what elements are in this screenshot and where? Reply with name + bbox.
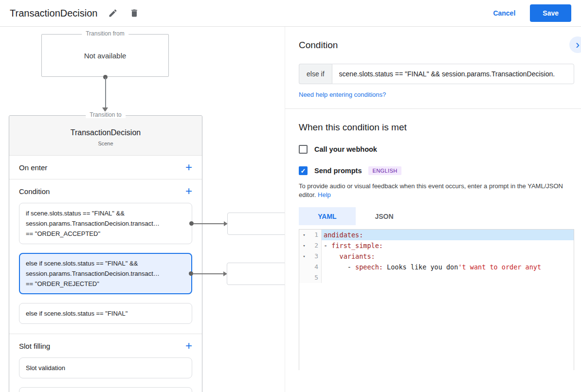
condition-section-header: Condition + bbox=[19, 179, 192, 203]
save-button[interactable]: Save bbox=[530, 4, 571, 22]
prompts-help-link[interactable]: Help bbox=[318, 191, 331, 198]
connector-to-target bbox=[191, 271, 227, 276]
code-line: ▾ 2 - first_simple: bbox=[299, 240, 574, 251]
code-line: 4 - speech: Looks like you don't want to… bbox=[299, 262, 574, 272]
app-root: TransactionDecision Cancel Save Transiti… bbox=[0, 0, 581, 392]
on-enter-label: On enter bbox=[19, 163, 47, 172]
edit-title-button[interactable] bbox=[107, 7, 119, 19]
condition-text: if scene.slots.status == "FINAL" && bbox=[26, 208, 185, 218]
fold-arrow-icon[interactable]: ▾ bbox=[299, 240, 309, 251]
editor-tabs: YAML JSON bbox=[299, 207, 574, 225]
code-text: andidates: bbox=[322, 230, 574, 240]
add-condition-button[interactable]: + bbox=[185, 186, 192, 196]
connector-line bbox=[194, 223, 224, 224]
line-number: 4 bbox=[309, 262, 321, 272]
slot-validation-label: Slot validation bbox=[26, 363, 185, 373]
condition-expression-row: else if bbox=[299, 64, 574, 84]
webhook-row[interactable]: Call your webhook bbox=[299, 145, 567, 154]
condition-detail-panel: Condition › else if Need help entering c… bbox=[285, 27, 581, 392]
language-badge: ENGLISH bbox=[368, 166, 401, 175]
scene-name: TransactionDecision bbox=[9, 128, 202, 137]
chevron-right-icon: › bbox=[576, 38, 580, 51]
prompts-description-text: To provide audio or visual feedback when… bbox=[299, 182, 563, 198]
when-met-title: When this condition is met bbox=[299, 122, 567, 133]
scene-type-label: Scene bbox=[9, 141, 202, 146]
slot-validation-card[interactable]: Slot validation bbox=[19, 357, 192, 378]
webhook-checkbox[interactable] bbox=[299, 145, 308, 154]
partially-visible-card[interactable] bbox=[19, 387, 192, 392]
transition-from-value: Not available bbox=[84, 52, 127, 60]
condition-card-order-rejected[interactable]: else if scene.slots.status == "FINAL" &&… bbox=[19, 253, 192, 294]
topbar: TransactionDecision Cancel Save bbox=[0, 0, 581, 27]
fold-arrow-icon[interactable]: ▾ bbox=[299, 251, 309, 262]
editor-gutter: 5 bbox=[299, 272, 322, 283]
code-text bbox=[322, 272, 574, 283]
tab-yaml[interactable]: YAML bbox=[299, 207, 356, 225]
on-enter-section: On enter + bbox=[9, 156, 202, 179]
code-text: - first_simple: bbox=[322, 240, 574, 251]
tab-json[interactable]: JSON bbox=[356, 207, 413, 225]
scene-header: TransactionDecision Scene bbox=[9, 116, 202, 156]
pencil-icon bbox=[108, 12, 118, 19]
connector-line bbox=[193, 273, 223, 274]
slot-filling-label: Slot filling bbox=[19, 342, 50, 350]
connector-dot bbox=[189, 221, 194, 226]
code-editor[interactable]: ▾ 1 andidates: ▾ 2 - first_simple: ▾ 3 v… bbox=[299, 229, 574, 370]
editor-gutter: ▾ 1 bbox=[299, 230, 322, 240]
flow-canvas: Transition from Not available Transition… bbox=[0, 27, 285, 392]
check-icon: ✓ bbox=[301, 167, 306, 175]
panel-title: Condition bbox=[299, 39, 567, 51]
fold-spacer bbox=[299, 262, 309, 272]
add-slot-button[interactable]: + bbox=[185, 341, 192, 351]
transition-from-legend: Transition from bbox=[82, 30, 128, 37]
fold-arrow-icon[interactable]: ▾ bbox=[299, 230, 309, 240]
prompts-description: To provide audio or visual feedback when… bbox=[299, 182, 567, 199]
transition-to-legend: Transition to bbox=[86, 111, 126, 118]
scene-card: Transition to TransactionDecision Scene … bbox=[9, 115, 202, 392]
send-prompts-row[interactable]: ✓ Send prompts ENGLISH bbox=[299, 166, 567, 175]
code-line: ▾ 1 andidates: bbox=[299, 230, 574, 240]
collapse-panel-button[interactable]: › bbox=[569, 36, 581, 53]
condition-text: session.params.TransactionDecision.trans… bbox=[26, 268, 185, 279]
editor-gutter: ▾ 2 bbox=[299, 240, 322, 251]
condition-text: else if scene.slots.status == "FINAL" bbox=[26, 308, 185, 319]
add-on-enter-button[interactable]: + bbox=[185, 162, 192, 172]
fold-spacer bbox=[299, 272, 309, 283]
code-line: 5 bbox=[299, 272, 574, 283]
condition-text: == "ORDER_ACCEPTED" bbox=[26, 229, 185, 239]
connector-to-target bbox=[192, 221, 228, 226]
transition-target-box-1[interactable] bbox=[227, 213, 285, 235]
trash-icon bbox=[129, 12, 139, 19]
send-prompts-label: Send prompts bbox=[314, 167, 362, 175]
line-number: 3 bbox=[309, 251, 321, 262]
cancel-button[interactable]: Cancel bbox=[493, 9, 515, 17]
slot-filling-section-header: Slot filling + bbox=[19, 334, 192, 357]
condition-card-order-accepted[interactable]: if scene.slots.status == "FINAL" && sess… bbox=[19, 203, 192, 244]
webhook-label: Call your webhook bbox=[314, 145, 377, 153]
line-number: 2 bbox=[309, 240, 321, 251]
slot-filling-section: Slot filling + Slot validation bbox=[9, 334, 202, 392]
code-text: variants: bbox=[322, 251, 574, 262]
condition-text: else if scene.slots.status == "FINAL" && bbox=[26, 258, 185, 268]
editor-gutter: 4 bbox=[299, 262, 322, 272]
condition-expression-input[interactable] bbox=[332, 64, 574, 84]
code-text: - speech: Looks like you don't want to o… bbox=[322, 262, 574, 272]
code-line: ▾ 3 variants: bbox=[299, 251, 574, 262]
delete-scene-button[interactable] bbox=[128, 7, 140, 19]
condition-help-link[interactable]: Need help entering conditions? bbox=[299, 91, 386, 98]
panel-header: Condition › bbox=[285, 27, 581, 51]
line-number: 5 bbox=[309, 272, 321, 283]
line-number: 1 bbox=[309, 230, 321, 240]
condition-type-chip: else if bbox=[299, 64, 332, 84]
condition-card-final[interactable]: else if scene.slots.status == "FINAL" bbox=[19, 303, 192, 324]
connector-line bbox=[105, 77, 106, 107]
page-title: TransactionDecision bbox=[10, 8, 97, 19]
transition-target-box-2[interactable] bbox=[227, 263, 285, 285]
panel-divider bbox=[285, 108, 581, 109]
condition-text: session.params.TransactionDecision.trans… bbox=[26, 218, 185, 229]
editor-gutter: ▾ 3 bbox=[299, 251, 322, 262]
condition-section: Condition + if scene.slots.status == "FI… bbox=[9, 179, 202, 334]
transition-from-box: Transition from Not available bbox=[41, 34, 169, 77]
condition-text: == "ORDER_REJECTED" bbox=[26, 279, 185, 289]
send-prompts-checkbox[interactable]: ✓ bbox=[299, 166, 308, 175]
